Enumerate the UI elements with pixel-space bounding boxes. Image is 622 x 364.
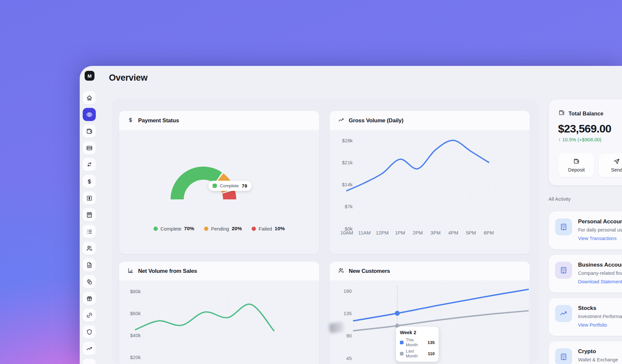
activity-link[interactable]: View Portfolio [578,322,607,328]
sidebar-item-currency-dollar[interactable] [83,175,96,188]
send-button[interactable]: Send [599,153,622,177]
total-balance-card: Total Balance $23,569.00 ↑ 10.5% (+$908.… [549,99,622,185]
gift-icon [86,295,93,302]
sidebar-item-link[interactable] [83,309,96,322]
activity-subtitle: For daily personal use [578,227,622,233]
page-title: Overview [109,73,148,83]
sidebar-item-gift[interactable] [83,292,96,305]
shield-icon [86,329,93,335]
balance-actions: DepositSend [558,153,622,177]
sidebar-item-home[interactable] [83,91,96,104]
svg-text:$21k: $21k [342,160,353,165]
device-icon [86,362,93,364]
sidebar-item-shield[interactable] [83,325,96,338]
sidebar-item-users[interactable] [83,242,96,255]
sidebar-item-device[interactable] [83,359,96,364]
send-icon [613,158,620,165]
sidebar-item-transfer[interactable] [83,158,96,171]
net-volume-card-header: Net Volume from Sales [119,262,319,280]
svg-text:180: 180 [343,288,352,294]
sidebar-item-file-text[interactable] [83,258,96,272]
activity-item-crypto: CryptoWallet & ExchangeView Wallet [549,341,622,364]
trending-up-icon [338,117,344,125]
total-balance-label: Total Balance [569,111,603,117]
legend-dot [204,227,208,231]
tooltip-color-swatch [213,184,217,188]
total-balance-amount: $23,569.00 [558,122,611,135]
svg-text:6PM: 6PM [484,230,494,235]
wallet-icon [558,110,565,117]
svg-text:5PM: 5PM [466,230,476,235]
building-icon [555,218,572,235]
activity-title: Stocks [578,305,596,312]
tooltip-label: Complete [220,183,239,188]
payment-status-card-header: Payment Status [119,111,319,130]
credit-card-icon [86,145,93,152]
app-logo: M [85,71,94,81]
activity-item-business-account: Business AccountCompany-related finances… [549,255,622,293]
svg-text:$7k: $7k [345,204,353,209]
sidebar-item-list[interactable] [83,225,96,238]
new-customers-card: New Customers 4590135180 Week 2 This Mon… [330,262,530,364]
svg-text:12PM: 12PM [376,230,389,235]
activity-link[interactable]: View Transactions [578,236,616,241]
legend-item-pending: Pending20% [204,226,242,232]
trending-up-icon [555,305,572,322]
sidebar-item-wallet[interactable] [83,125,96,138]
transfer-icon [86,161,93,168]
new-customers-tooltip: Week 2 This Month135Last Month110 [396,327,439,362]
calculator-icon [86,212,93,218]
legend-dot [154,227,158,231]
file-text-icon [86,262,93,269]
legend-label: Pending [211,226,229,232]
payment-status-legend: Complete70%Pending20%Failed10% [119,226,319,232]
deposit-button[interactable]: Deposit [558,153,594,177]
tooltip-value: 70 [242,183,247,189]
gauge-tooltip: Complete 70 [208,181,252,191]
svg-text:$14k: $14k [342,182,353,187]
sidebar-item-calculator[interactable] [83,208,96,221]
all-activity-heading: All Activity [549,196,571,202]
activity-title: Business Account [578,262,622,268]
cursor-motion-blur [329,322,344,334]
svg-text:90: 90 [346,333,352,338]
tooltip-row: Last Month110 [400,349,435,358]
svg-text:10AM: 10AM [340,230,353,235]
payment-status-card: Payment Status Complete 70 Complete70%Pe… [119,111,319,254]
sidebar-item-credit-card[interactable] [83,141,96,154]
svg-text:11AM: 11AM [358,230,371,235]
action-label: Send [611,167,622,172]
sidebar-item-eye[interactable] [83,108,96,121]
list-icon [86,228,93,235]
building-icon [555,348,572,364]
net-volume-card-title: Net Volume from Sales [138,268,197,274]
net-volume-line-chart[interactable]: $20k$40k$60k$80k [119,280,319,364]
building-icon [555,262,572,279]
activity-item-stocks: StocksInvestment PerformanceView Portfol… [549,298,622,336]
home-icon [86,94,93,101]
stage: M Overview Payment Status Complete 70 Co… [0,0,622,364]
receipt-icon [86,195,93,202]
sidebar-item-coins[interactable] [83,275,96,288]
svg-text:3PM: 3PM [430,230,441,235]
tooltip-row: This Month135 [400,337,435,347]
payment-status-gauge-chart[interactable] [119,130,319,254]
legend-label: Complete [160,226,181,232]
svg-text:45: 45 [346,355,352,361]
sidebar-item-trending-up[interactable] [83,342,96,355]
new-customers-card-header: New Customers [330,262,530,280]
users-icon [338,267,344,275]
legend-value: 10% [275,226,285,232]
activity-link[interactable]: Download Statements [578,279,622,284]
gross-volume-line-chart[interactable]: $0k$7k$14k$21k$28k10AM11AM12PM1PM2PM3PM4… [330,130,530,254]
activity-title: Crypto [578,348,596,355]
coins-icon [86,278,93,285]
svg-text:2PM: 2PM [413,230,423,235]
wallet-icon [86,128,93,135]
tooltip-title: Week 2 [400,330,435,335]
activity-subtitle: Company-related finances [578,271,622,276]
net-volume-card: Net Volume from Sales $20k$40k$60k$80k [119,262,319,364]
sidebar-item-receipt[interactable] [83,192,96,205]
trending-up-icon [86,345,93,352]
gross-volume-card: Gross Volume (Daily) $0k$7k$14k$21k$28k1… [330,111,530,254]
